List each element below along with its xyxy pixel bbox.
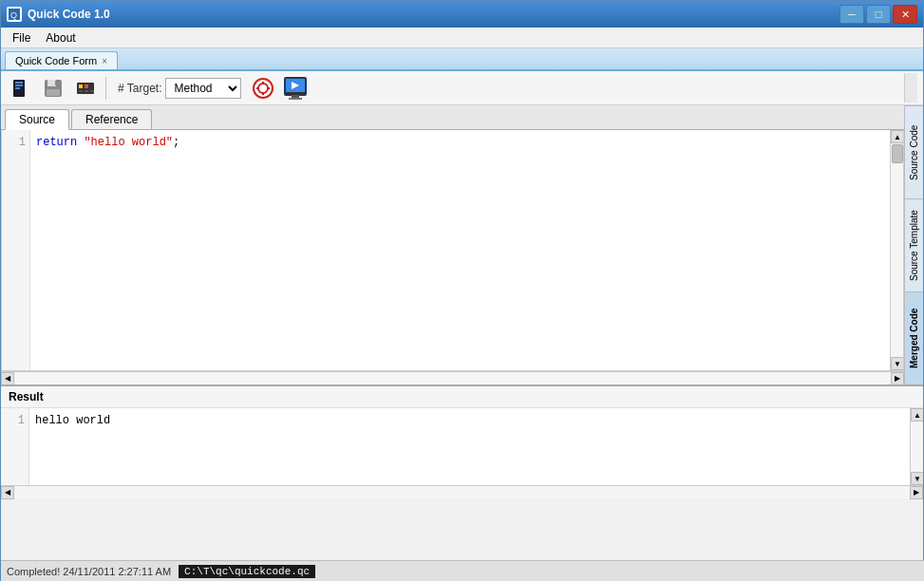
svg-rect-8 xyxy=(47,89,60,96)
menu-bar: File About xyxy=(1,28,923,48)
tab-reference[interactable]: Reference xyxy=(71,109,152,129)
code-content[interactable]: return "hello world"; xyxy=(30,130,890,370)
svg-rect-13 xyxy=(79,90,83,92)
toolbar-scrollbar xyxy=(904,73,917,103)
status-text: Completed! 24/11/2011 2:27:11 AM xyxy=(7,566,171,577)
svg-rect-3 xyxy=(15,82,23,84)
h-scroll-left-arrow[interactable]: ◀ xyxy=(1,372,14,385)
scroll-up-arrow[interactable]: ▲ xyxy=(891,130,904,143)
svg-text:Q: Q xyxy=(10,10,17,20)
sidebar-tab-merged-code[interactable]: Merged Code xyxy=(905,291,923,384)
menu-file[interactable]: File xyxy=(5,29,38,47)
h-scroll-right-arrow[interactable]: ▶ xyxy=(891,372,904,385)
app-icon: Q xyxy=(7,7,22,22)
scroll-track[interactable] xyxy=(891,143,903,357)
svg-rect-14 xyxy=(85,90,88,92)
svg-rect-11 xyxy=(79,84,83,88)
svg-rect-9 xyxy=(55,81,57,85)
maximize-button[interactable]: □ xyxy=(866,5,891,24)
result-scroll-up[interactable]: ▲ xyxy=(911,408,923,422)
title-bar-left: Q Quick Code 1.0 xyxy=(7,7,110,22)
title-controls: ─ □ ✕ xyxy=(839,5,917,24)
toolbar-separator xyxy=(105,77,106,100)
svg-rect-25 xyxy=(292,95,299,98)
svg-rect-7 xyxy=(47,80,56,86)
svg-rect-15 xyxy=(90,90,94,92)
code-tabs: Source Reference xyxy=(1,105,904,130)
right-sidebar: Source Code Source Template Merged Code xyxy=(904,105,923,384)
main-area: Source Reference 1 return "hello world";… xyxy=(1,105,923,384)
sidebar-tab-source-code[interactable]: Source Code xyxy=(905,105,923,198)
editor-container: Source Reference 1 return "hello world";… xyxy=(1,105,904,384)
toolbar: # Target: Method Class Function xyxy=(1,71,923,105)
tab-label: Quick Code Form xyxy=(15,55,97,66)
new-button[interactable] xyxy=(7,75,35,102)
title-text: Quick Code 1.0 xyxy=(28,8,110,21)
result-container: Result 1 hello world ▲ ▼ ◀ ▶ xyxy=(1,384,923,498)
scroll-thumb[interactable] xyxy=(892,144,903,163)
tab-close-icon[interactable]: × xyxy=(102,56,107,66)
result-scroll-down[interactable]: ▼ xyxy=(911,472,923,485)
result-scroll-track[interactable] xyxy=(911,422,923,472)
result-line-numbers: 1 xyxy=(1,408,29,485)
quick-code-form-tab[interactable]: Quick Code Form × xyxy=(5,51,118,69)
main-window: Q Quick Code 1.0 ─ □ ✕ File About Quick … xyxy=(0,0,924,581)
status-path: C:\T\qc\quickcode.qc xyxy=(179,565,315,578)
status-bar: Completed! 24/11/2011 2:27:11 AM C:\T\qc… xyxy=(1,560,924,581)
scroll-down-arrow[interactable]: ▼ xyxy=(891,357,904,370)
line-numbers: 1 xyxy=(2,130,30,370)
editor-hscrollbar[interactable]: ◀ ▶ xyxy=(1,371,904,384)
code-editor: 1 return "hello world"; ▲ ▼ xyxy=(1,130,904,371)
line-number-1: 1 xyxy=(2,134,26,151)
sidebar-tab-source-template[interactable]: Source Template xyxy=(905,198,923,291)
save-button[interactable] xyxy=(39,75,67,102)
result-h-scroll-track[interactable] xyxy=(14,487,910,498)
result-content: hello world xyxy=(29,408,910,485)
minimize-button[interactable]: ─ xyxy=(839,5,864,24)
svg-rect-12 xyxy=(85,84,88,88)
target-select[interactable]: Method Class Function xyxy=(165,78,241,99)
result-body: 1 hello world ▲ ▼ xyxy=(1,408,923,485)
close-button[interactable]: ✕ xyxy=(893,5,917,24)
result-hscrollbar[interactable]: ◀ ▶ xyxy=(1,485,923,498)
help-button[interactable] xyxy=(249,75,277,102)
menu-about[interactable]: About xyxy=(38,29,83,47)
svg-rect-26 xyxy=(289,98,302,100)
run-button[interactable] xyxy=(281,75,310,102)
result-header: Result xyxy=(1,386,923,408)
result-vscrollbar[interactable]: ▲ ▼ xyxy=(910,408,923,485)
result-h-scroll-left[interactable]: ◀ xyxy=(1,486,14,499)
result-h-scroll-right[interactable]: ▶ xyxy=(910,486,923,499)
tab-source[interactable]: Source xyxy=(5,109,69,130)
svg-rect-5 xyxy=(15,87,20,89)
result-line-number-1: 1 xyxy=(1,412,25,429)
svg-rect-4 xyxy=(15,84,23,86)
h-scroll-track[interactable] xyxy=(14,373,891,384)
svg-rect-24 xyxy=(286,92,305,95)
editor-vscrollbar[interactable]: ▲ ▼ xyxy=(890,130,903,370)
target-label: # Target: xyxy=(118,82,161,95)
tab-bar: Quick Code Form × xyxy=(1,48,923,71)
title-bar: Q Quick Code 1.0 ─ □ ✕ xyxy=(1,1,923,28)
film-button[interactable] xyxy=(71,75,100,102)
